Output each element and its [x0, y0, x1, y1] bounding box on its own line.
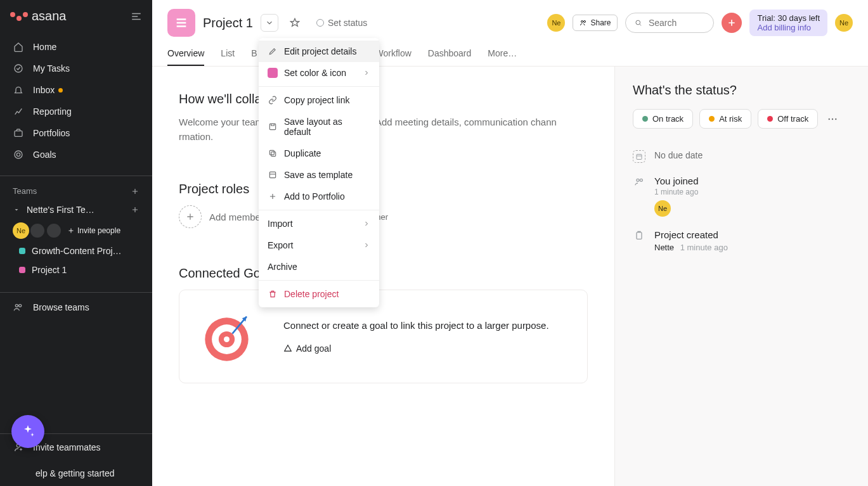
collab-heading: How we'll collal	[179, 92, 588, 106]
invite-people-link[interactable]: Invite people	[67, 226, 120, 235]
project-actions-dropdown: Edit project details Set color & icon Co…	[259, 38, 379, 307]
chevron-right-icon	[363, 241, 370, 249]
dd-save-layout[interactable]: Save layout as default	[259, 111, 379, 143]
browse-teams[interactable]: Browse teams	[0, 293, 152, 322]
status-heading: What's the status?	[633, 83, 850, 98]
add-project-icon[interactable]	[131, 205, 139, 214]
status-at-risk[interactable]: At risk	[699, 109, 751, 129]
status-off-track[interactable]: Off track	[758, 109, 818, 129]
nav-portfolios[interactable]: Portfolios	[0, 122, 152, 144]
global-add-button[interactable]	[722, 13, 742, 33]
dd-copy-link[interactable]: Copy project link	[259, 89, 379, 111]
goal-body: Connect or create a goal to link this pr…	[283, 320, 566, 331]
svg-point-8	[584, 21, 586, 23]
calendar-icon	[633, 150, 645, 163]
dd-add-portfolio[interactable]: Add to Portfolio	[259, 186, 379, 207]
dd-label: Archive	[268, 262, 297, 272]
dd-label: Add to Portfolio	[284, 191, 345, 201]
search-box[interactable]	[625, 13, 714, 33]
ai-assistant-button[interactable]	[11, 415, 44, 448]
due-date-row[interactable]: No due date	[633, 150, 850, 163]
svg-point-9	[636, 20, 640, 25]
tab-workflow[interactable]: Workflow	[375, 42, 411, 66]
nav-inbox[interactable]: Inbox	[0, 79, 152, 101]
share-button[interactable]: Share	[573, 15, 618, 31]
member-avatar[interactable]: Ne	[547, 14, 565, 32]
nav-label: Reporting	[33, 106, 72, 117]
dd-set-color[interactable]: Set color & icon	[259, 62, 379, 84]
person-icon	[633, 176, 645, 188]
dd-label: Save as template	[284, 170, 353, 180]
sidebar-project-1[interactable]: Project 1	[0, 260, 152, 279]
project-title[interactable]: Project 1	[203, 16, 253, 30]
team-row[interactable]: Nette's First Te…	[0, 200, 152, 220]
nav-home[interactable]: Home	[0, 36, 152, 58]
trial-banner[interactable]: Trial: 30 days left Add billing info	[749, 10, 827, 36]
svg-rect-17	[637, 155, 642, 160]
status-on-track[interactable]: On track	[633, 109, 693, 129]
nav-label: Portfolios	[33, 128, 70, 138]
joined-avatar: Ne	[654, 200, 671, 217]
pencil-icon	[268, 46, 278, 56]
created-title: Project created	[654, 229, 728, 240]
status-dot-icon	[709, 116, 715, 122]
user-avatar[interactable]: Ne	[835, 14, 853, 32]
search-input[interactable]	[647, 17, 705, 29]
nav-label: Goals	[33, 150, 56, 160]
collapse-sidebar-icon[interactable]	[131, 11, 142, 22]
dd-delete-project[interactable]: Delete project	[259, 283, 379, 305]
tab-list[interactable]: List	[221, 42, 235, 66]
add-team-icon[interactable]	[131, 187, 139, 196]
joined-title: You joined	[654, 176, 699, 186]
project-icon[interactable]	[167, 9, 195, 37]
member-avatar-empty	[29, 222, 46, 239]
dd-export[interactable]: Export	[259, 234, 379, 256]
dd-label: Copy project link	[284, 95, 350, 105]
help-getting-started[interactable]: elp & getting started	[0, 461, 152, 486]
project-menu-button[interactable]	[261, 14, 278, 32]
sidebar-project-growth[interactable]: Growth-Content Proj…	[0, 241, 152, 260]
status-more-icon[interactable]	[824, 111, 841, 127]
asana-logo[interactable]: asana	[10, 9, 67, 23]
set-status-button[interactable]: Set status	[311, 15, 372, 30]
team-members[interactable]: Ne Invite people	[0, 220, 152, 241]
inbox-unread-dot-icon	[58, 88, 63, 93]
primary-nav: Home My Tasks Inbox Reporting Portfolios…	[0, 32, 152, 169]
status-label: On track	[652, 114, 683, 124]
goal-dartboard-icon	[201, 308, 258, 365]
tab-board[interactable]: B	[251, 42, 257, 66]
nav-my-tasks[interactable]: My Tasks	[0, 58, 152, 79]
svg-rect-20	[637, 233, 642, 240]
joined-time: 1 minute ago	[654, 188, 699, 196]
favorite-button[interactable]	[286, 14, 304, 32]
dd-label: Export	[268, 240, 293, 250]
overview-panel: How we'll collal Welcome your team a wor…	[152, 67, 614, 486]
dd-import[interactable]: Import	[259, 213, 379, 234]
nav-reporting[interactable]: Reporting	[0, 101, 152, 122]
add-goal-button[interactable]: Add goal	[283, 343, 566, 354]
help-label: elp & getting started	[36, 468, 115, 478]
add-member-button[interactable]: Add member	[179, 205, 264, 228]
teams-header: Teams	[0, 182, 152, 200]
dd-label: Set color & icon	[284, 68, 346, 78]
dd-edit-project[interactable]: Edit project details	[259, 41, 379, 62]
tab-overview[interactable]: Overview	[167, 42, 204, 66]
billing-link[interactable]: Add billing info	[757, 23, 820, 32]
copy-icon	[268, 148, 278, 158]
dd-duplicate[interactable]: Duplicate	[259, 143, 379, 164]
invite-label: Invite teammates	[33, 442, 101, 452]
tab-more[interactable]: More…	[488, 42, 517, 66]
caret-icon	[13, 206, 20, 214]
member-avatar-empty	[46, 222, 62, 239]
goals-heading: Connected Goals	[179, 266, 588, 281]
roles-heading: Project roles	[179, 182, 588, 196]
svg-point-15	[832, 118, 833, 119]
tab-dashboard[interactable]: Dashboard	[428, 42, 472, 66]
nav-goals[interactable]: Goals	[0, 144, 152, 165]
svg-rect-21	[269, 124, 275, 129]
dd-save-template[interactable]: Save as template	[259, 164, 379, 186]
collab-body[interactable]: Welcome your team a work together in Asa…	[179, 115, 588, 144]
created-time: 1 minute ago	[680, 243, 728, 252]
dd-archive[interactable]: Archive	[259, 256, 379, 278]
member-avatar: Ne	[13, 222, 29, 239]
